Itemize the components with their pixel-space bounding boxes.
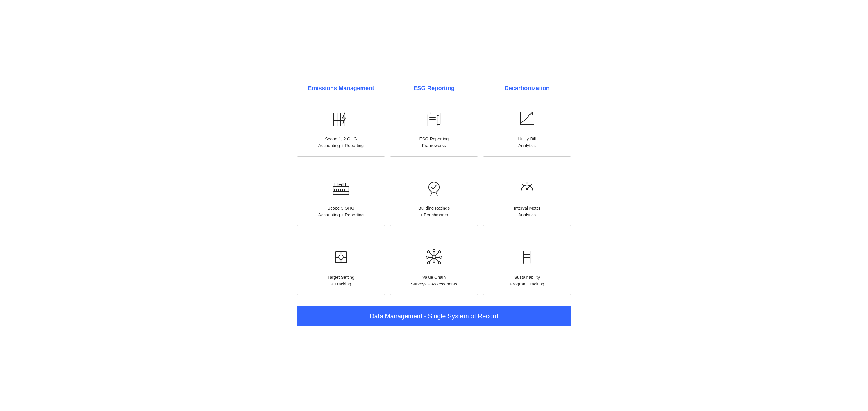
line-chart-icon <box>516 107 539 130</box>
card-label-scope3: Scope 3 GHG Accounting + Reporting <box>318 205 364 218</box>
svg-point-43 <box>426 256 429 258</box>
svg-line-54 <box>435 253 439 256</box>
card-label-interval-meter: Interval Meter Analytics <box>514 205 540 218</box>
card-value-chain: Value Chain Surveys + Assessments <box>390 237 478 295</box>
card-label-value-chain: Value Chain Surveys + Assessments <box>411 274 457 287</box>
card-label-sustainability: Sustainability Program Tracking <box>510 274 544 287</box>
card-label-utility-bill: Utility Bill Analytics <box>518 136 536 149</box>
diagram-container: Emissions Management ESG Reporting Decar… <box>294 85 574 326</box>
card-building-ratings: Building Ratings + Benchmarks <box>390 168 478 226</box>
card-esg-frameworks: ESG Reporting Frameworks <box>390 98 478 157</box>
card-scope12: Scope 1, 2 GHG Accounting + Reporting <box>297 98 385 157</box>
card-sustainability: Sustainability Program Tracking <box>483 237 571 295</box>
connector-row-2 <box>294 228 574 234</box>
card-label-target-setting: Target Setting + Tracking <box>328 274 354 287</box>
connector-cell-3-3 <box>480 297 574 304</box>
connector-cell-2-1 <box>294 228 388 234</box>
card-scope3: Scope 3 GHG Accounting + Reporting <box>297 168 385 226</box>
network-icon <box>422 246 446 269</box>
card-label-scope12: Scope 1, 2 GHG Accounting + Reporting <box>318 136 364 149</box>
list-lines-icon <box>516 246 539 269</box>
card-label-esg-frameworks: ESG Reporting Frameworks <box>420 136 449 149</box>
factory-icon <box>329 177 352 200</box>
svg-point-23 <box>429 182 439 192</box>
target-icon <box>329 246 352 269</box>
grid-row-2: Scope 3 GHG Accounting + Reporting <box>294 165 574 228</box>
connector-cell-1-1 <box>294 159 388 165</box>
svg-line-25 <box>436 192 437 196</box>
svg-point-42 <box>433 263 435 265</box>
svg-line-24 <box>431 192 432 196</box>
svg-rect-21 <box>342 189 345 191</box>
connector-cell-3-1 <box>294 297 388 304</box>
bottom-bar: Data Management - Single System of Recor… <box>297 306 571 326</box>
building-lightning-icon <box>329 107 352 130</box>
medal-icon <box>422 177 446 200</box>
svg-rect-16 <box>335 183 337 187</box>
svg-rect-0 <box>334 113 344 126</box>
col-header-esg: ESG Reporting <box>391 85 477 92</box>
card-label-building-ratings: Building Ratings + Benchmarks <box>418 205 450 218</box>
col-header-emissions: Emissions Management <box>298 85 384 92</box>
connector-row-1 <box>294 159 574 165</box>
svg-line-53 <box>429 253 433 256</box>
svg-rect-19 <box>334 189 337 191</box>
svg-point-41 <box>433 249 435 252</box>
grid-rows: Scope 1, 2 GHG Accounting + Reporting <box>294 96 574 326</box>
documents-icon <box>422 107 446 130</box>
svg-line-30 <box>523 184 524 185</box>
connector-cell-1-3 <box>480 159 574 165</box>
svg-line-55 <box>429 258 433 262</box>
svg-rect-18 <box>343 183 345 187</box>
card-interval-meter: Interval Meter Analytics <box>483 168 571 226</box>
svg-line-56 <box>435 258 439 262</box>
svg-point-35 <box>339 255 343 259</box>
card-utility-bill: Utility Bill Analytics <box>483 98 571 157</box>
grid-row-1: Scope 1, 2 GHG Accounting + Reporting <box>294 96 574 159</box>
svg-rect-17 <box>339 184 341 187</box>
connector-cell-1-2 <box>388 159 480 165</box>
connector-cell-2-2 <box>388 228 480 234</box>
col-header-decarb: Decarbonization <box>484 85 570 92</box>
svg-point-44 <box>439 256 442 258</box>
column-headers: Emissions Management ESG Reporting Decar… <box>294 85 574 92</box>
grid-row-3: Target Setting + Tracking <box>294 234 574 297</box>
svg-rect-20 <box>338 189 341 191</box>
connector-cell-3-2 <box>388 297 480 304</box>
connector-row-3 <box>294 297 574 304</box>
svg-point-33 <box>526 188 528 190</box>
gauge-icon <box>516 177 539 200</box>
connector-cell-2-3 <box>480 228 574 234</box>
card-target-setting: Target Setting + Tracking <box>297 237 385 295</box>
